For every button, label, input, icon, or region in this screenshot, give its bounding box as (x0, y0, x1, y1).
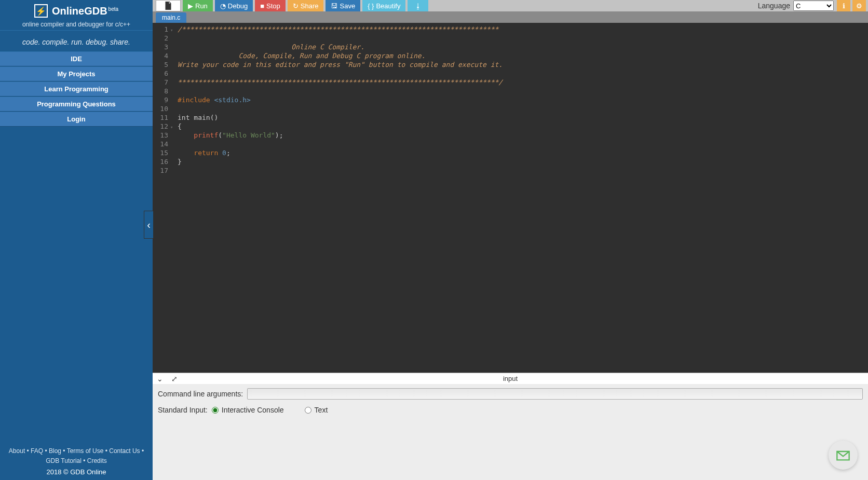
subtitle: online compiler and debugger for c/c++ (0, 21, 153, 28)
language-select[interactable]: C (793, 1, 834, 11)
play-icon: ▶ (188, 2, 193, 10)
panel-title: input (503, 375, 518, 382)
stdin-text-option[interactable]: Text (305, 406, 328, 414)
expand-panel-button[interactable]: ⤢ (167, 375, 182, 383)
save-button[interactable]: 🖫Save (326, 0, 360, 11)
chat-button[interactable] (829, 441, 858, 470)
clock-icon: ◔ (220, 2, 226, 10)
download-button[interactable]: ⭳ (408, 0, 428, 11)
envelope-icon (836, 448, 850, 462)
input-panel-header: ⌄ ⤢ input (153, 373, 868, 384)
collapse-panel-button[interactable]: ⌄ (153, 375, 167, 383)
nav-item-ide[interactable]: IDE (0, 51, 153, 66)
footer-links: About • FAQ • Blog • Terms of Use • Cont… (0, 444, 153, 468)
footer-link-faq[interactable]: FAQ (31, 447, 43, 455)
footer-link-blog[interactable]: Blog (49, 447, 61, 455)
nav-item-programming-questions[interactable]: Programming Questions (0, 97, 153, 112)
stop-button[interactable]: ■Stop (255, 0, 286, 11)
toolbar: ▶Run ◔Debug ■Stop ↻Share 🖫Save { }Beauti… (153, 0, 868, 11)
save-icon: 🖫 (331, 2, 337, 10)
nav-item-learn-programming[interactable]: Learn Programming (0, 81, 153, 97)
beta-badge: beta (108, 6, 118, 12)
chevron-left-icon: ‹ (147, 219, 151, 231)
footer-link-terms-of-use[interactable]: Terms of Use (67, 447, 104, 455)
new-file-button[interactable] (156, 0, 181, 11)
tabbar: main.c (153, 11, 868, 23)
app-title: OnlineGDB (52, 5, 107, 17)
sidebar: ⚡ OnlineGDBbeta online compiler and debu… (0, 0, 153, 480)
info-button[interactable]: ℹ (837, 0, 850, 11)
footer-link-about[interactable]: About (9, 447, 25, 455)
language-label: Language (758, 0, 793, 11)
nav-item-my-projects[interactable]: My Projects (0, 66, 153, 81)
run-button[interactable]: ▶Run (183, 0, 213, 11)
download-icon: ⭳ (415, 2, 422, 10)
gutter: 1▾23456789101112▾1314151617 (153, 23, 175, 373)
info-icon: ℹ (843, 2, 845, 10)
code-editor[interactable]: 1▾23456789101112▾1314151617 /***********… (153, 23, 868, 373)
nav-item-login[interactable]: Login (0, 112, 153, 127)
file-icon (165, 2, 172, 10)
input-panel: Command line arguments: Standard Input: … (153, 384, 868, 480)
debug-button[interactable]: ◔Debug (215, 0, 253, 11)
stdin-label: Standard Input: (158, 406, 208, 414)
footer-link-gdb-tutorial[interactable]: GDB Tutorial (46, 457, 82, 464)
sidebar-collapse-button[interactable]: ‹ (144, 211, 153, 239)
stop-icon: ■ (260, 2, 264, 10)
cmd-args-label: Command line arguments: (158, 390, 243, 398)
main-area: ▶Run ◔Debug ■Stop ↻Share 🖫Save { }Beauti… (153, 0, 868, 480)
share-icon: ↻ (293, 2, 299, 10)
footer-link-contact-us[interactable]: Contact Us (109, 447, 140, 455)
logo-icon: ⚡ (34, 4, 48, 18)
sidebar-header: ⚡ OnlineGDBbeta online compiler and debu… (0, 0, 153, 30)
code-area[interactable]: /***************************************… (175, 23, 868, 373)
copyright: 2018 © GDB Online (0, 468, 153, 480)
cmd-args-input[interactable] (247, 388, 863, 400)
beautify-button[interactable]: { }Beautify (362, 0, 405, 11)
gear-icon: ⚙ (856, 2, 862, 10)
tab-main-c[interactable]: main.c (156, 12, 186, 23)
share-button[interactable]: ↻Share (288, 0, 324, 11)
slogan: code. compile. run. debug. share. (0, 30, 153, 51)
footer-link-credits[interactable]: Credits (87, 457, 107, 464)
settings-button[interactable]: ⚙ (852, 0, 866, 11)
braces-icon: { } (368, 2, 374, 10)
stdin-interactive-option[interactable]: Interactive Console (212, 406, 284, 414)
